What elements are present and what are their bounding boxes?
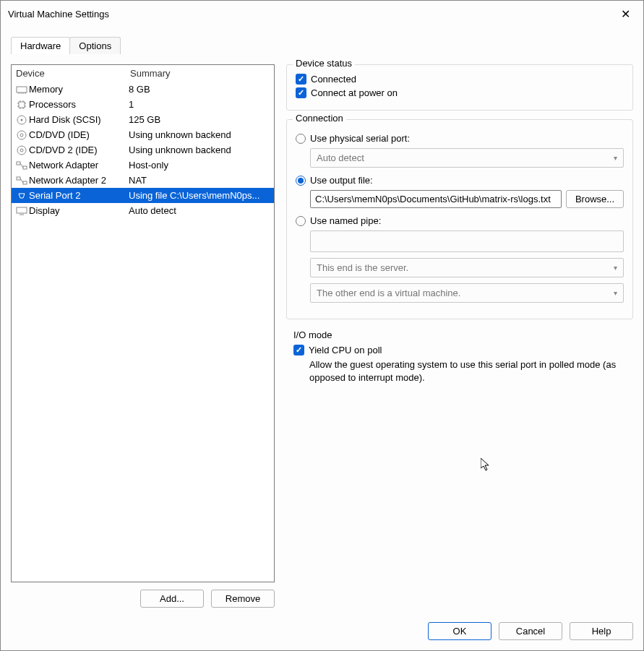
output-file-input[interactable] <box>310 190 562 208</box>
device-row-net2[interactable]: Network Adapter 2 NAT <box>12 173 274 188</box>
device-name: Hard Disk (SCSI) <box>29 114 129 125</box>
svg-rect-24 <box>23 181 27 184</box>
device-summary: NAT <box>129 175 271 186</box>
pipe-name-input[interactable] <box>310 230 624 252</box>
header-device: Device <box>16 68 130 79</box>
checkbox-icon <box>293 345 304 355</box>
network-icon <box>14 160 29 171</box>
physical-label: Use physical serial port: <box>310 133 410 144</box>
serial-icon <box>14 190 29 202</box>
connection-group: Connection Use physical serial port: Aut… <box>286 119 633 319</box>
device-row-cd1[interactable]: CD/DVD (IDE) Using unknown backend <box>12 127 274 142</box>
device-status-group: Device status Connected Connect at power… <box>286 64 633 111</box>
io-description: Allow the guest operating system to use … <box>309 358 626 384</box>
help-button[interactable]: Help <box>570 622 633 640</box>
pipe-end1-value: This end is the server. <box>317 262 408 273</box>
cd-icon <box>14 145 29 156</box>
checkbox-icon <box>296 87 306 98</box>
disk-icon <box>14 114 29 126</box>
left-panel: Device Summary Memory 8 GB Processors 1 … <box>11 64 275 608</box>
device-name: Serial Port 2 <box>29 190 129 201</box>
chevron-down-icon: ▾ <box>614 154 617 162</box>
svg-rect-5 <box>19 102 25 108</box>
device-row-cd2[interactable]: CD/DVD 2 (IDE) Using unknown backend <box>12 142 274 158</box>
tab-options[interactable]: Options <box>69 37 121 54</box>
device-summary: Using unknown backend <box>129 129 271 140</box>
network-icon <box>14 175 29 186</box>
device-name: Display <box>29 205 129 216</box>
physical-select[interactable]: Auto detect ▾ <box>310 148 624 168</box>
io-mode-block: I/O mode Yield CPU on poll Allow the gue… <box>286 328 633 386</box>
footer: OK Cancel Help <box>1 615 643 650</box>
titlebar: Virtual Machine Settings ✕ <box>1 1 643 27</box>
radio-icon <box>296 176 306 186</box>
physical-radio-row[interactable]: Use physical serial port: <box>296 132 624 145</box>
browse-button[interactable]: Browse... <box>566 190 624 208</box>
device-summary: 1 <box>129 99 271 110</box>
pipe-end2-value: The other end is a virtual machine. <box>317 288 460 298</box>
device-name: Network Adapter 2 <box>29 175 129 186</box>
device-row-harddisk[interactable]: Hard Disk (SCSI) 125 GB <box>12 112 274 127</box>
output-file-radio-row[interactable]: Use output file: <box>296 173 624 187</box>
header-summary: Summary <box>130 68 171 79</box>
radio-icon <box>296 216 306 226</box>
svg-line-25 <box>20 178 23 183</box>
tab-hardware[interactable]: Hardware <box>11 37 70 54</box>
yield-label: Yield CPU on poll <box>309 345 382 355</box>
device-summary: 125 GB <box>129 114 271 125</box>
device-row-serial[interactable]: Serial Port 2 Using file C:\Users\memN0p… <box>12 188 274 203</box>
group-title: Connection <box>293 113 346 124</box>
physical-inset: Auto detect ▾ <box>310 148 624 168</box>
svg-point-16 <box>17 131 26 139</box>
connect-power-label: Connect at power on <box>311 87 398 98</box>
yield-checkbox-row[interactable]: Yield CPU on poll <box>293 343 626 357</box>
svg-point-19 <box>20 149 23 152</box>
chevron-down-icon: ▾ <box>614 289 617 297</box>
named-pipe-inset: This end is the server. ▾ The other end … <box>310 230 624 303</box>
chevron-down-icon: ▾ <box>614 264 617 272</box>
memory-icon <box>14 84 29 95</box>
io-title: I/O mode <box>293 329 626 340</box>
svg-rect-21 <box>23 166 27 169</box>
output-file-label: Use output file: <box>310 175 373 186</box>
device-summary: Auto detect <box>129 205 271 216</box>
svg-point-17 <box>20 134 23 137</box>
monitor-icon <box>14 205 29 217</box>
device-row-display[interactable]: Display Auto detect <box>12 203 274 218</box>
device-row-memory[interactable]: Memory 8 GB <box>12 82 274 97</box>
right-panel: Device status Connected Connect at power… <box>286 64 633 608</box>
device-summary: Using file C:\Users\memN0ps... <box>129 190 271 201</box>
svg-rect-0 <box>17 87 27 92</box>
pipe-end2-select[interactable]: The other end is a virtual machine. ▾ <box>310 283 624 303</box>
device-list-header: Device Summary <box>12 65 274 82</box>
connect-power-checkbox-row[interactable]: Connect at power on <box>296 86 624 100</box>
cancel-button[interactable]: Cancel <box>499 622 562 640</box>
device-name: CD/DVD (IDE) <box>29 129 129 140</box>
svg-rect-20 <box>17 162 20 165</box>
cd-icon <box>14 129 29 141</box>
pipe-end1-select[interactable]: This end is the server. ▾ <box>310 258 624 277</box>
device-row-net1[interactable]: Network Adapter Host-only <box>12 158 274 173</box>
close-icon[interactable]: ✕ <box>615 4 636 24</box>
window-title: Virtual Machine Settings <box>8 9 615 20</box>
svg-line-22 <box>20 163 23 168</box>
svg-rect-26 <box>17 207 27 213</box>
output-file-inset: Browse... <box>310 190 624 208</box>
remove-button[interactable]: Remove <box>211 590 275 608</box>
device-row-processors[interactable]: Processors 1 <box>12 97 274 112</box>
checkbox-icon <box>296 74 306 85</box>
named-pipe-label: Use named pipe: <box>310 215 381 226</box>
ok-button[interactable]: OK <box>428 622 491 640</box>
connected-checkbox-row[interactable]: Connected <box>296 72 624 86</box>
content: Device Summary Memory 8 GB Processors 1 … <box>1 54 643 615</box>
cpu-icon <box>14 99 29 111</box>
physical-value: Auto detect <box>317 152 364 163</box>
named-pipe-radio-row[interactable]: Use named pipe: <box>296 214 624 228</box>
group-title: Device status <box>293 58 355 69</box>
left-buttons: Add... Remove <box>11 582 275 608</box>
device-summary: 8 GB <box>129 84 271 95</box>
radio-icon <box>296 134 306 144</box>
connected-label: Connected <box>311 74 356 85</box>
add-button[interactable]: Add... <box>140 590 204 608</box>
device-name: Network Adapter <box>29 160 129 171</box>
